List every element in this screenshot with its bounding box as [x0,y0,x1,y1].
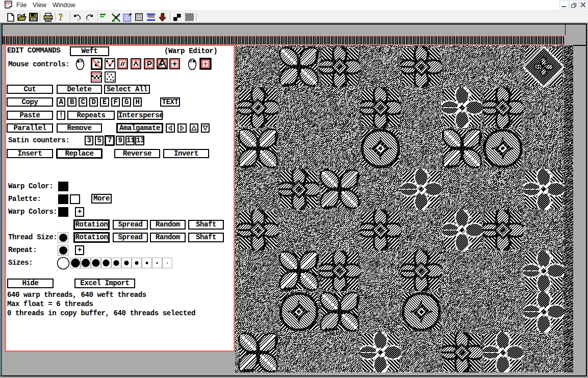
svg-text:?: ? [59,13,63,21]
svg-text:DOC: DOC [6,2,12,5]
